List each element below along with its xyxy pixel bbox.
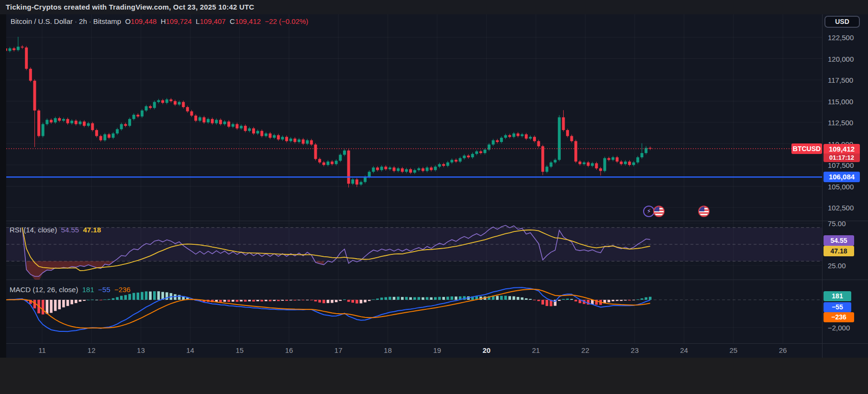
time-tick-20: 20 bbox=[482, 346, 490, 354]
macd-signal-axis-badge: −236 bbox=[823, 312, 854, 322]
time-tick-24: 24 bbox=[680, 346, 688, 354]
rsi-ma-value: 47.18 bbox=[83, 226, 101, 234]
time-tick-26: 26 bbox=[779, 346, 787, 354]
chart-plot[interactable] bbox=[0, 0, 868, 358]
exchange-label: Bitstamp bbox=[93, 17, 121, 25]
axis-divider-horizontal bbox=[6, 343, 868, 344]
axis-divider-vertical bbox=[822, 14, 823, 358]
rsi-pane-title[interactable]: RSI (14, close) 54.55 47.18 bbox=[10, 226, 101, 234]
open-label: O bbox=[125, 17, 131, 25]
interval-label[interactable]: 2h bbox=[79, 17, 87, 25]
time-tick-13: 13 bbox=[137, 346, 145, 354]
symbol-name[interactable]: Bitcoin / U.S. Dollar bbox=[11, 17, 73, 25]
time-tick-12: 12 bbox=[88, 346, 96, 354]
price-tick-117500: 117,500 bbox=[828, 76, 853, 84]
price-tick-120000: 120,000 bbox=[828, 55, 854, 63]
flag-canton bbox=[699, 207, 704, 211]
price-tick-112500: 112,500 bbox=[828, 119, 853, 127]
time-tick-21: 21 bbox=[532, 346, 540, 354]
price-tick-102500: 102,500 bbox=[828, 204, 854, 212]
last-price-label: 109,412 01:17:12 bbox=[823, 144, 860, 162]
footer-bar: TradingView bbox=[0, 358, 868, 394]
bar-countdown: 01:17:12 bbox=[823, 153, 860, 162]
tradingview-screenshot: Ticking-Cryptos created with TradingView… bbox=[0, 0, 868, 394]
macd-pane-title[interactable]: MACD (12, 26, close) 181 −55 −236 bbox=[10, 285, 131, 294]
support-level-label: 106,084 bbox=[823, 172, 860, 182]
time-tick-25: 25 bbox=[729, 346, 737, 354]
open-value: 109,448 bbox=[131, 17, 156, 25]
currency-toggle-button[interactable]: USD bbox=[824, 16, 860, 28]
macd-tick: −2,000 bbox=[828, 324, 850, 332]
close-value: 109,412 bbox=[235, 17, 261, 25]
rsi-axis-badge: 54.55 bbox=[823, 235, 854, 246]
symbol-header[interactable]: Bitcoin / U.S. Dollar·2h·Bitstamp O109,4… bbox=[11, 17, 308, 25]
price-tick-122500: 122,500 bbox=[828, 33, 854, 42]
time-tick-11: 11 bbox=[38, 346, 46, 354]
macd-title[interactable]: MACD (12, 26, close) bbox=[10, 285, 78, 294]
price-tick-115000: 115,000 bbox=[828, 97, 853, 105]
macd-hist-axis-badge: 181 bbox=[823, 291, 851, 301]
rsi-tick-25: 25.00 bbox=[828, 262, 846, 270]
change-value: −22 (−0.02%) bbox=[265, 17, 308, 25]
time-tick-18: 18 bbox=[384, 346, 392, 354]
macd-signal-value: −236 bbox=[114, 285, 131, 294]
time-tick-14: 14 bbox=[186, 346, 194, 354]
rsi-title[interactable]: RSI (14, close) bbox=[10, 226, 57, 234]
close-label: C bbox=[230, 17, 235, 25]
high-value: 109,724 bbox=[166, 17, 192, 25]
low-value: 109,407 bbox=[200, 17, 225, 25]
last-price-value: 109,412 bbox=[823, 144, 860, 153]
macd-line-axis-badge: −55 bbox=[823, 302, 851, 312]
rsi-tick-75: 75.00 bbox=[828, 219, 846, 227]
symbol-price-tag: BTCUSD bbox=[791, 143, 822, 154]
macd-hist-value: 181 bbox=[82, 285, 94, 294]
high-label: H bbox=[161, 17, 166, 25]
macd-line-value: −55 bbox=[98, 285, 110, 294]
flag-canton bbox=[654, 207, 659, 211]
time-tick-17: 17 bbox=[334, 346, 343, 354]
us-flag-event-icon-2[interactable] bbox=[698, 206, 710, 217]
time-tick-19: 19 bbox=[433, 346, 441, 354]
time-tick-23: 23 bbox=[631, 346, 639, 354]
price-tick-107500: 107,500 bbox=[828, 161, 854, 169]
us-flag-event-icon[interactable] bbox=[653, 206, 665, 217]
time-tick-22: 22 bbox=[581, 346, 590, 354]
time-tick-16: 16 bbox=[285, 346, 293, 354]
time-tick-15: 15 bbox=[235, 346, 244, 354]
rsi-current-value: 54.55 bbox=[61, 226, 79, 234]
price-tick-105000: 105,000 bbox=[828, 182, 854, 190]
rsi-ma-axis-badge: 47.18 bbox=[823, 246, 854, 256]
